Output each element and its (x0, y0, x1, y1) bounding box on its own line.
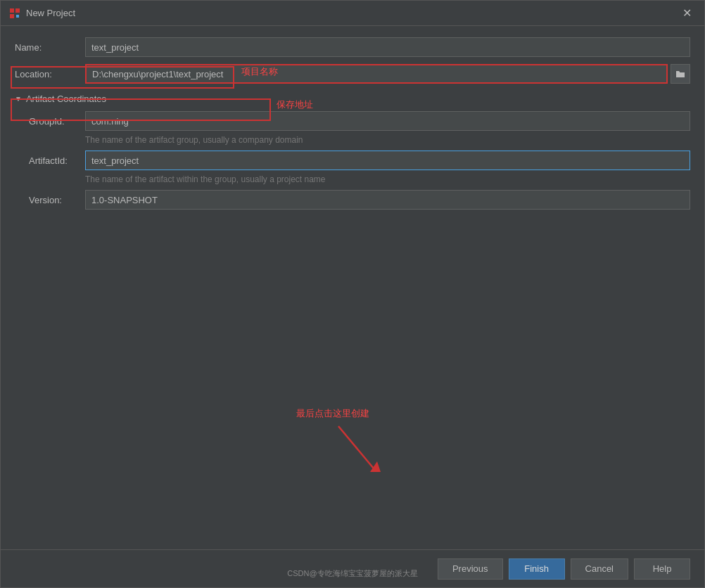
dialog-content: Name: Location: 项目名称 保存地址 ▼ (1, 26, 704, 549)
artifact-section-header: ▼ Artifact Coordinates (15, 94, 690, 104)
location-wrap (85, 64, 690, 84)
artifactid-input[interactable] (85, 151, 690, 170)
svg-rect-3 (16, 15, 19, 18)
dialog-title: New Project (26, 8, 75, 18)
name-label: Name: (15, 42, 85, 53)
groupid-label: GroupId: (29, 116, 85, 127)
finish-annotation-arrow (324, 423, 395, 479)
previous-button[interactable]: Previous (438, 558, 503, 580)
svg-rect-1 (15, 8, 20, 13)
svg-rect-0 (10, 8, 14, 13)
finish-button[interactable]: Finish (509, 558, 565, 580)
artifact-group: GroupId: The name of the artifact group,… (29, 111, 690, 210)
app-icon (9, 8, 20, 19)
version-label: Version: (29, 195, 85, 205)
artifact-section-label: Artifact Coordinates (26, 94, 106, 104)
location-label: Location: (15, 69, 85, 79)
version-input[interactable] (85, 190, 690, 210)
artifactid-row: ArtifactId: (29, 151, 690, 170)
location-row: Location: (15, 64, 690, 84)
finish-annotation-text: 最后点击这里创建 (296, 407, 395, 420)
title-bar: New Project ✕ (1, 1, 704, 26)
svg-rect-2 (10, 14, 14, 18)
title-bar-left: New Project (9, 8, 75, 19)
version-row: Version: (29, 190, 690, 210)
finish-annotation: 最后点击这里创建 (324, 407, 395, 479)
artifactid-hint: The name of the artifact within the grou… (85, 174, 690, 184)
help-button[interactable]: Help (634, 558, 690, 580)
cancel-button[interactable]: Cancel (571, 558, 628, 580)
groupid-hint: The name of the artifact group, usually … (85, 135, 690, 145)
collapse-triangle-icon: ▼ (15, 95, 22, 103)
name-input[interactable] (85, 37, 690, 57)
groupid-input[interactable] (85, 111, 690, 131)
svg-marker-5 (370, 461, 381, 472)
location-input[interactable] (85, 64, 668, 84)
name-input-wrap (85, 37, 690, 57)
new-project-dialog: New Project ✕ Name: Location: (0, 0, 705, 588)
artifactid-label: ArtifactId: (29, 155, 85, 166)
name-row: Name: (15, 37, 690, 57)
svg-line-4 (338, 426, 374, 468)
watermark-text: CSDN@专吃海绵宝宝菠萝屋的派大星 (287, 568, 417, 579)
dialog-footer: Previous Finish Cancel Help CSDN@专吃海绵宝宝菠… (1, 549, 704, 587)
browse-folder-button[interactable] (671, 64, 690, 84)
groupid-row: GroupId: (29, 111, 690, 131)
close-button[interactable]: ✕ (678, 6, 696, 20)
